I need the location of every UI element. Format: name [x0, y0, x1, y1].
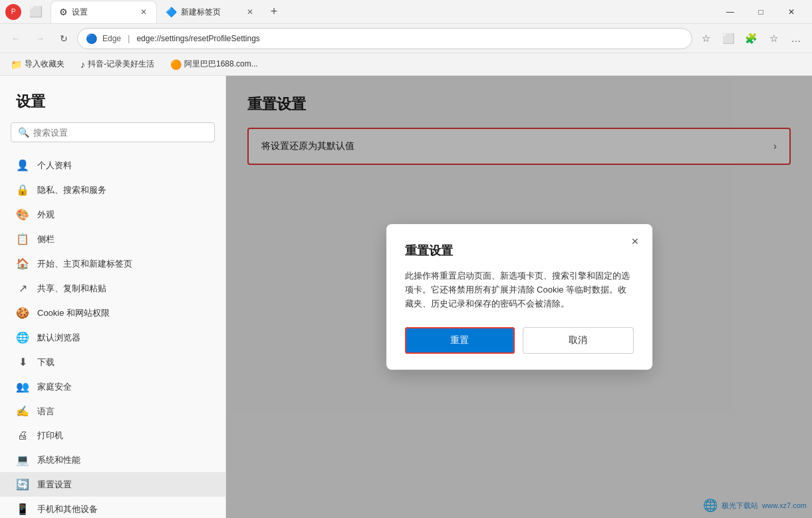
bookmark-import[interactable]: 📁 导入收藏夹: [5, 56, 70, 72]
titlebar-left: P ⬜: [5, 1, 47, 23]
sidebar-item-sidebar-label: 侧栏: [37, 233, 55, 245]
sidebar-item-appearance[interactable]: 🎨 外观: [0, 202, 225, 227]
sidebar-item-privacy-label: 隐私、搜索和服务: [37, 184, 106, 196]
sidebar-item-printer-label: 打印机: [37, 430, 63, 442]
system-nav-icon: 💻: [16, 453, 29, 466]
favorite-button[interactable]: ☆: [695, 28, 716, 49]
tabs-overview-btn[interactable]: ⬜: [25, 1, 47, 23]
split-button[interactable]: ⬜: [718, 28, 739, 49]
import-bookmarks-icon: 📁: [11, 59, 22, 70]
sidebar-item-language-label: 语言: [37, 406, 55, 418]
sidebar-item-downloads-label: 下载: [37, 356, 55, 368]
dialog-title: 重置设置: [405, 243, 634, 259]
sidebar-nav-icon: 📋: [16, 233, 29, 245]
back-button[interactable]: ←: [5, 28, 27, 49]
dialog: 重置设置 ✕ 此操作将重置启动页面、新选项卡页、搜索引擎和固定的选项卡。它还将禁…: [386, 224, 652, 369]
newtab-tab-close[interactable]: ✕: [245, 6, 255, 18]
sidebar-item-share[interactable]: ↗ 共享、复制和粘贴: [0, 276, 225, 301]
refresh-button[interactable]: ↻: [53, 28, 74, 49]
bookmark-tiktok[interactable]: ♪ 抖音-记录美好生活: [75, 56, 160, 72]
minimize-button[interactable]: —: [715, 0, 745, 24]
more-button[interactable]: …: [785, 28, 807, 49]
bookmarks-bar: 📁 导入收藏夹 ♪ 抖音-记录美好生活 🟠 阿里巴巴1688.com...: [0, 53, 812, 76]
address-url: edge://settings/resetProfileSettings: [136, 34, 259, 43]
sidebar-item-browser[interactable]: 🌐 默认浏览器: [0, 325, 225, 350]
extensions-button[interactable]: 🧩: [740, 28, 761, 49]
sidebar-item-appearance-label: 外观: [37, 209, 55, 221]
share-nav-icon: ↗: [16, 282, 29, 295]
address-brand: Edge: [102, 34, 121, 43]
tab-bar: ⚙ 设置 ✕ 🔷 新建标签页 ✕ +: [51, 1, 715, 23]
maximize-button[interactable]: □: [745, 0, 776, 24]
close-button[interactable]: ✕: [776, 0, 807, 24]
window-controls: — □ ✕: [715, 0, 807, 24]
sidebar-item-mobile-label: 手机和其他设备: [37, 503, 98, 515]
reset-confirm-button[interactable]: 重置: [405, 327, 515, 354]
browser-nav-icon: 🌐: [16, 331, 29, 344]
sidebar-item-printer[interactable]: 🖨 打印机: [0, 424, 225, 448]
sidebar-item-family[interactable]: 👥 家庭安全: [0, 374, 225, 399]
start-nav-icon: 🏠: [16, 257, 29, 270]
printer-nav-icon: 🖨: [16, 430, 29, 442]
family-nav-icon: 👥: [16, 380, 29, 393]
newtab-tab-label: 新建标签页: [181, 7, 241, 18]
profile-icon[interactable]: P: [5, 4, 21, 20]
import-bookmarks-label: 导入收藏夹: [25, 59, 65, 70]
search-icon: 🔍: [18, 127, 29, 138]
settings-tab-icon: ⚙: [59, 7, 68, 17]
content-area: 重置设置 将设置还原为其默认值 › 重置设置 ✕ 此操作将重置启动页面、新选项卡…: [226, 76, 812, 518]
collections-button[interactable]: ☆: [763, 28, 784, 49]
sidebar-item-cookies-label: Cookie 和网站权限: [37, 307, 110, 319]
sidebar-item-family-label: 家庭安全: [37, 381, 72, 393]
navbar: ← → ↻ 🔵 Edge | edge://settings/resetProf…: [0, 24, 812, 53]
bookmark-alibaba[interactable]: 🟠 阿里巴巴1688.com...: [165, 56, 263, 72]
tiktok-icon: ♪: [80, 59, 85, 70]
cancel-button[interactable]: 取消: [523, 327, 634, 354]
cookies-nav-icon: 🍪: [16, 307, 29, 319]
tiktok-label: 抖音-记录美好生活: [88, 59, 154, 70]
mobile-nav-icon: 📱: [16, 503, 29, 515]
sidebar-item-reset[interactable]: 🔄 重置设置: [0, 472, 225, 497]
dialog-body: 此操作将重置启动页面、新选项卡页、搜索引擎和固定的选项卡。它还将禁用所有扩展并清…: [405, 269, 634, 311]
sidebar-item-language[interactable]: ✍ 语言: [0, 399, 225, 424]
sidebar-item-cookies[interactable]: 🍪 Cookie 和网站权限: [0, 301, 225, 325]
address-separator: |: [128, 33, 130, 43]
language-nav-icon: ✍: [16, 405, 29, 418]
appearance-nav-icon: 🎨: [16, 208, 29, 221]
sidebar-item-mobile[interactable]: 📱 手机和其他设备: [0, 497, 225, 518]
privacy-nav-icon: 🔒: [16, 184, 29, 196]
sidebar-item-profile-label: 个人资料: [37, 160, 72, 172]
sidebar: 设置 🔍 👤 个人资料 🔒 隐私、搜索和服务 🎨 外观 📋 侧栏: [0, 76, 226, 518]
settings-tab-label: 设置: [72, 7, 135, 18]
settings-tab[interactable]: ⚙ 设置 ✕: [51, 1, 157, 23]
dialog-close-button[interactable]: ✕: [626, 232, 644, 251]
search-box[interactable]: 🔍: [11, 122, 215, 142]
sidebar-item-privacy[interactable]: 🔒 隐私、搜索和服务: [0, 178, 225, 202]
settings-tab-close[interactable]: ✕: [139, 6, 148, 18]
alibaba-label: 阿里巴巴1688.com...: [184, 59, 258, 70]
address-bar[interactable]: 🔵 Edge | edge://settings/resetProfileSet…: [77, 28, 692, 49]
sidebar-item-start[interactable]: 🏠 开始、主页和新建标签页: [0, 251, 225, 276]
sidebar-item-browser-label: 默认浏览器: [37, 332, 80, 344]
sidebar-item-system-label: 系统和性能: [37, 454, 80, 466]
sidebar-item-downloads[interactable]: ⬇ 下载: [0, 350, 225, 374]
newtab-tab[interactable]: 🔷 新建标签页 ✕: [157, 1, 263, 23]
new-tab-button[interactable]: +: [263, 1, 285, 23]
search-input[interactable]: [33, 128, 207, 138]
sidebar-item-system[interactable]: 💻 系统和性能: [0, 448, 225, 472]
reset-nav-icon: 🔄: [16, 478, 29, 491]
sidebar-title: 设置: [0, 76, 225, 122]
dialog-overlay: 重置设置 ✕ 此操作将重置启动页面、新选项卡页、搜索引擎和固定的选项卡。它还将禁…: [226, 76, 812, 518]
edge-logo-icon: 🔵: [86, 33, 97, 44]
titlebar: P ⬜ ⚙ 设置 ✕ 🔷 新建标签页 ✕ + — □ ✕: [0, 0, 812, 24]
main-layout: 设置 🔍 👤 个人资料 🔒 隐私、搜索和服务 🎨 外观 📋 侧栏: [0, 76, 812, 518]
profile-nav-icon: 👤: [16, 159, 29, 172]
sidebar-item-sidebar[interactable]: 📋 侧栏: [0, 227, 225, 251]
sidebar-nav: 👤 个人资料 🔒 隐私、搜索和服务 🎨 外观 📋 侧栏 🏠 开始、主页和新建标签…: [0, 153, 225, 518]
newtab-tab-icon: 🔷: [166, 7, 177, 17]
sidebar-item-share-label: 共享、复制和粘贴: [37, 283, 106, 295]
downloads-nav-icon: ⬇: [16, 356, 29, 368]
sidebar-item-profile[interactable]: 👤 个人资料: [0, 153, 225, 178]
sidebar-item-start-label: 开始、主页和新建标签页: [37, 258, 132, 270]
forward-button[interactable]: →: [29, 28, 51, 49]
